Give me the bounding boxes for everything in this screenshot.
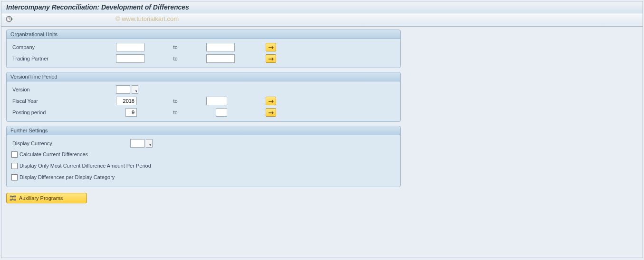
version-time-period-title: Version/Time Period	[7, 72, 400, 81]
svg-rect-5	[10, 196, 12, 197]
fiscal-year-multiselect-button[interactable]	[266, 97, 276, 105]
further-settings-group: Further Settings Display Currency Calcul…	[6, 126, 401, 187]
svg-rect-6	[10, 199, 12, 200]
fiscal-year-from-input[interactable]	[116, 97, 137, 105]
trading-partner-label: Trading Partner	[11, 56, 116, 61]
execute-icon[interactable]	[5, 15, 14, 24]
fiscal-year-to-input[interactable]	[206, 97, 227, 105]
organizational-units-title: Organizational Units	[7, 30, 400, 39]
trading-partner-to-label: to	[144, 56, 206, 61]
auxiliary-programs-label: Auxiliary Programs	[19, 195, 63, 201]
application-toolbar: © www.tutorialkart.com	[1, 13, 643, 27]
display-currency-row: Display Currency	[11, 138, 395, 149]
main-container: Intercompany Reconciliation: Development…	[1, 1, 643, 258]
posting-period-row: Posting period to	[11, 107, 395, 118]
posting-period-to-label: to	[144, 110, 206, 115]
fiscal-year-to-label: to	[144, 98, 206, 104]
version-f4-help-icon[interactable]	[132, 85, 138, 94]
company-label: Company	[11, 44, 116, 50]
calc-current-diff-row: Calculate Current Differences	[11, 150, 395, 159]
posting-period-multiselect-button[interactable]	[266, 108, 276, 117]
version-time-period-group: Version/Time Period Version Fiscal Year …	[6, 72, 401, 122]
organizational-units-group: Organizational Units Company to Trading …	[6, 30, 401, 68]
most-current-label: Display Only Most Current Difference Amo…	[19, 163, 151, 169]
company-row: Company to	[11, 42, 395, 52]
further-settings-title: Further Settings	[7, 126, 400, 135]
trading-partner-multiselect-button[interactable]	[266, 54, 276, 63]
page-title: Intercompany Reconciliation: Development…	[1, 1, 643, 13]
fiscal-year-label: Fiscal Year	[11, 98, 116, 104]
svg-rect-7	[14, 196, 16, 197]
company-to-input[interactable]	[206, 43, 235, 51]
posting-period-label: Posting period	[11, 110, 116, 115]
company-from-input[interactable]	[116, 43, 144, 51]
version-input[interactable]	[116, 85, 130, 94]
company-to-label: to	[144, 44, 206, 50]
posting-period-to-input[interactable]	[216, 108, 227, 117]
content-area: Organizational Units Company to Trading …	[1, 27, 643, 206]
trading-partner-to-input[interactable]	[206, 54, 235, 63]
per-category-label: Display Differences per Display Category	[19, 174, 115, 180]
company-multiselect-button[interactable]	[266, 43, 276, 51]
auxiliary-programs-button[interactable]: Auxiliary Programs	[6, 193, 87, 203]
display-currency-input[interactable]	[130, 139, 144, 148]
svg-rect-8	[14, 199, 16, 200]
display-currency-f4-help-icon[interactable]	[146, 139, 153, 148]
watermark-text: © www.tutorialkart.com	[115, 15, 179, 22]
fiscal-year-row: Fiscal Year to	[11, 96, 395, 106]
display-currency-label: Display Currency	[11, 140, 130, 146]
most-current-row: Display Only Most Current Difference Amo…	[11, 161, 395, 170]
version-label: Version	[11, 87, 116, 92]
version-row: Version	[11, 84, 395, 95]
auxiliary-programs-icon	[10, 195, 16, 201]
posting-period-from-input[interactable]	[125, 108, 137, 117]
calc-current-diff-label: Calculate Current Differences	[19, 151, 88, 157]
per-category-checkbox[interactable]	[11, 174, 18, 180]
trading-partner-row: Trading Partner to	[11, 53, 395, 64]
calc-current-diff-checkbox[interactable]	[11, 151, 18, 158]
trading-partner-from-input[interactable]	[116, 54, 144, 63]
most-current-checkbox[interactable]	[11, 163, 18, 169]
per-category-row: Display Differences per Display Category	[11, 172, 395, 182]
svg-marker-4	[11, 18, 13, 20]
